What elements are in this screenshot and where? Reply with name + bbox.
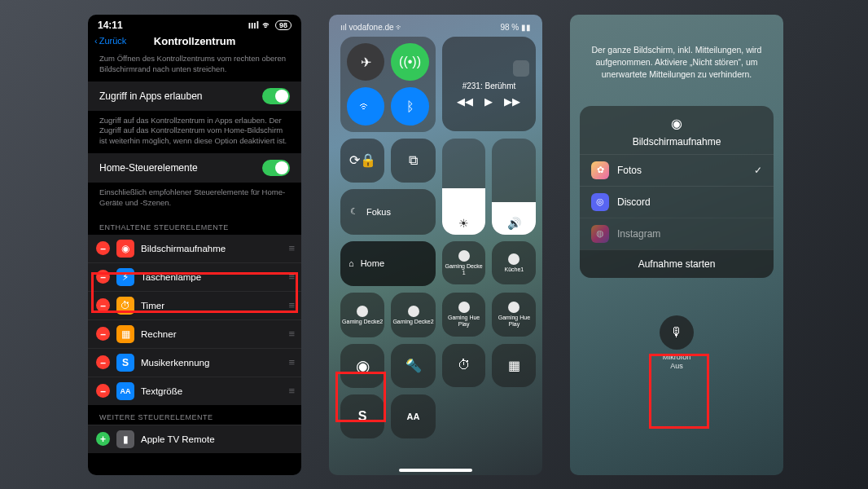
start-recording-button[interactable]: Aufnahme starten: [580, 249, 774, 278]
drag-handle-icon[interactable]: ≡: [288, 385, 293, 397]
row-label: Apple TV Remote: [141, 434, 215, 444]
app-option-discord[interactable]: ◎ Discord: [580, 186, 774, 218]
accessory-label: Gaming Hue Play: [444, 315, 484, 327]
previous-icon[interactable]: ◀◀: [457, 95, 473, 108]
calculator-button[interactable]: ▦: [492, 344, 536, 388]
timer-icon: ⏱: [458, 358, 471, 372]
media-tile[interactable]: #231: Berühmt ◀◀ ▶ ▶▶: [442, 37, 537, 131]
intro-description: Zum Öffnen des Kontrollzentrums vom rech…: [88, 49, 301, 82]
app-option-fotos[interactable]: ✿ Fotos ✓: [580, 154, 774, 186]
row-home-controls[interactable]: Home-Steuerelemente: [88, 153, 301, 183]
list-item-calculator[interactable]: – ▦ Rechner ≡: [88, 319, 301, 348]
microphone-toggle-button[interactable]: 🎙︎: [660, 315, 694, 350]
volume-slider[interactable]: 🔊: [492, 139, 536, 235]
bulb-icon: [458, 302, 470, 313]
bulb-icon: [458, 250, 470, 262]
app-option-instagram[interactable]: ◍ Instagram: [580, 218, 774, 249]
play-icon[interactable]: ▶: [484, 95, 493, 108]
accessory-tile[interactable]: Küche1: [492, 241, 536, 285]
screen-mirroring-button[interactable]: ⧉: [391, 139, 435, 183]
remove-button[interactable]: –: [96, 327, 110, 341]
drag-handle-icon[interactable]: ≡: [288, 328, 293, 340]
text-size-icon: AA: [116, 382, 134, 400]
drag-handle-icon[interactable]: ≡: [288, 356, 293, 368]
row-access-in-apps[interactable]: Zugriff in Apps erlauben: [88, 82, 301, 111]
status-time: 14:11: [98, 20, 123, 31]
broadcast-picker-sheet: ◉ Bildschirmaufnahme ✿ Fotos ✓ ◎ Discord…: [580, 106, 774, 278]
timer-icon: ⏱: [116, 297, 134, 315]
wifi-button[interactable]: ᯤ: [347, 87, 384, 125]
bulb-icon: [408, 306, 419, 317]
mic-state: Aus: [670, 362, 683, 370]
toggle-home-controls[interactable]: [262, 160, 290, 176]
shazam-icon: S: [358, 409, 367, 424]
drag-handle-icon[interactable]: ≡: [288, 271, 293, 283]
bluetooth-icon: ᛒ: [406, 99, 414, 114]
accessory-tile[interactable]: Gaming Hue Play: [492, 293, 536, 337]
page-title: Kontrollzentrum: [154, 35, 235, 47]
media-title: #231: Berühmt: [462, 82, 516, 90]
add-button[interactable]: +: [96, 432, 110, 446]
moon-icon: ☾: [350, 206, 358, 217]
accessory-tile[interactable]: Gaming Decke2: [340, 293, 384, 337]
wifi-icon: ᯤ: [394, 23, 405, 32]
list-item-apple-tv-remote[interactable]: + ▮ Apple TV Remote: [88, 425, 301, 453]
calculator-icon: ▦: [116, 325, 134, 343]
accessory-tile[interactable]: Gaming Decke 1: [442, 241, 486, 285]
orientation-lock-button[interactable]: ⟳🔒: [340, 139, 384, 183]
flashlight-icon: ⚡︎: [116, 268, 134, 286]
next-icon[interactable]: ▶▶: [504, 95, 520, 108]
antenna-icon: ((•)): [399, 55, 421, 69]
focus-button[interactable]: ☾ Fokus: [340, 189, 436, 235]
bulb-icon: [357, 306, 368, 317]
airplane-mode-button[interactable]: ✈︎: [347, 43, 384, 81]
accessory-tile[interactable]: Gaming Hue Play: [442, 293, 486, 337]
list-item-text-size[interactable]: – AA Textgröße ≡: [88, 377, 301, 405]
photos-icon: ✿: [591, 161, 609, 179]
timer-button[interactable]: ⏱: [442, 344, 486, 388]
bluetooth-button[interactable]: ᛒ: [391, 87, 428, 125]
settings-screenshot: 14:11 ıııl ᯤ 98 ‹ Zurück Kontrollzentrum…: [88, 15, 301, 475]
battery-indicator: 98: [275, 20, 292, 30]
row-label: Zugriff in Apps erlauben: [99, 90, 203, 102]
remove-button[interactable]: –: [96, 270, 110, 284]
drag-handle-icon[interactable]: ≡: [288, 299, 293, 311]
row-label: Rechner: [141, 329, 176, 339]
toggle-access-in-apps[interactable]: [262, 88, 290, 104]
list-item-timer[interactable]: – ⏱ Timer ≡: [88, 291, 301, 319]
row-label: Bildschirmaufnahme: [141, 244, 226, 253]
cellular-data-button[interactable]: ((•)): [391, 43, 428, 81]
shazam-icon: S: [116, 354, 134, 372]
row-label: Taschenlampe: [141, 272, 201, 282]
text-size-icon: AA: [407, 412, 420, 421]
app-label: Fotos: [617, 165, 642, 176]
home-indicator[interactable]: [399, 469, 472, 472]
list-item-music-recognition[interactable]: – S Musikerkennung ≡: [88, 348, 301, 377]
remove-button[interactable]: –: [96, 355, 110, 369]
home-button[interactable]: ⌂ Home: [340, 241, 436, 287]
status-bar: ııl vodafone.de ᯤ 98 % ▮▮: [329, 15, 542, 37]
music-recognition-button[interactable]: S: [340, 394, 384, 438]
remove-button[interactable]: –: [96, 241, 110, 255]
carrier-label: vodafone.de: [349, 23, 394, 32]
back-label: Zurück: [99, 36, 127, 46]
list-item-flashlight[interactable]: – ⚡︎ Taschenlampe ≡: [88, 262, 301, 291]
mic-label: Mikrofon: [663, 353, 691, 361]
accessory-tile[interactable]: Gaming Decke2: [391, 293, 435, 337]
screen-recording-button[interactable]: ◉: [340, 344, 384, 388]
access-description: Zugriff auf das Kontrollzentrum in Apps …: [88, 111, 301, 153]
recording-warning-text: Der ganze Bildschirm, inkl. Mitteilungen…: [570, 15, 783, 96]
list-item-screen-recording[interactable]: – ◉ Bildschirmaufnahme ≡: [88, 235, 301, 262]
instagram-icon: ◍: [591, 225, 609, 243]
apple-tv-remote-icon: ▮: [116, 430, 134, 448]
flashlight-button[interactable]: 🔦: [391, 344, 435, 388]
accessory-label: Gaming Decke2: [392, 319, 433, 325]
remove-button[interactable]: –: [96, 298, 110, 312]
home-label: Home: [361, 258, 384, 268]
drag-handle-icon[interactable]: ≡: [288, 242, 293, 254]
back-button[interactable]: ‹ Zurück: [94, 36, 126, 46]
text-size-button[interactable]: AA: [391, 394, 435, 438]
remove-button[interactable]: –: [96, 384, 110, 398]
brightness-slider[interactable]: ☀︎: [442, 139, 486, 235]
calculator-icon: ▦: [508, 358, 520, 373]
